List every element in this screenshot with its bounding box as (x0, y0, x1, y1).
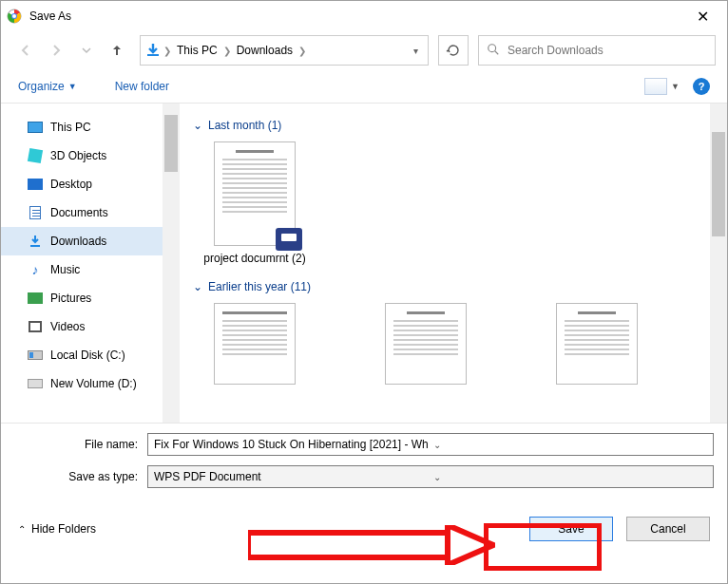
group-last-month[interactable]: ⌄ Last month (1) (193, 119, 697, 132)
sidebar-item-videos[interactable]: Videos (1, 312, 163, 341)
app-icon (7, 9, 22, 24)
download-folder-icon (144, 42, 162, 59)
search-box[interactable] (478, 35, 716, 66)
file-thumbnail (556, 303, 638, 385)
file-thumbnail (385, 303, 467, 385)
cube-icon (28, 148, 43, 163)
chevron-right-icon[interactable]: ❯ (223, 46, 231, 56)
window-title: Save As (29, 9, 683, 23)
sidebar-item-3d-objects[interactable]: 3D Objects (1, 141, 163, 170)
sidebar-item-this-pc[interactable]: This PC (1, 113, 163, 141)
file-name-label: File name: (14, 438, 147, 451)
sidebar-item-label: Videos (50, 320, 85, 333)
pictures-icon (28, 291, 43, 306)
save-button[interactable]: Save (529, 517, 613, 541)
sidebar: This PC 3D Objects Desktop Documents Dow… (1, 104, 163, 423)
file-tile[interactable] (193, 303, 316, 390)
hide-folders-button[interactable]: ⌃ Hide Folders (18, 522, 96, 536)
recent-dropdown[interactable] (73, 37, 100, 64)
new-folder-button[interactable]: New folder (115, 80, 169, 93)
main-area: This PC 3D Objects Desktop Documents Dow… (1, 104, 727, 423)
chevron-down-icon[interactable]: ⌄ (428, 440, 707, 450)
organize-menu[interactable]: Organize ▼ (18, 80, 77, 93)
file-name-field[interactable]: Fix For Windows 10 Stuck On Hibernating … (147, 433, 714, 456)
search-icon (487, 43, 500, 59)
wps-badge-icon (276, 228, 302, 251)
sidebar-item-label: Desktop (50, 178, 92, 191)
file-name: project documrnt (2) (193, 252, 316, 265)
file-thumbnail (214, 303, 296, 385)
disk-icon (28, 348, 43, 363)
help-button[interactable]: ? (693, 78, 710, 95)
cancel-label: Cancel (650, 522, 685, 536)
content-scrollbar[interactable] (710, 104, 727, 423)
form-area: File name: Fix For Windows 10 Stuck On H… (1, 423, 727, 488)
svg-rect-6 (30, 245, 40, 247)
svg-point-4 (489, 44, 496, 51)
save-as-type-label: Save as type: (14, 470, 147, 483)
group-header-label: Last month (1) (208, 119, 281, 132)
group-earlier-this-year[interactable]: ⌄ Earlier this year (11) (193, 280, 697, 293)
file-thumbnail (214, 141, 296, 246)
forward-button[interactable] (43, 37, 69, 64)
scrollbar-thumb[interactable] (712, 132, 725, 236)
sidebar-item-label: Documents (50, 206, 108, 219)
desktop-icon (28, 177, 43, 192)
nav-row: ❯ This PC ❯ Downloads ❯ ▾ (1, 31, 727, 69)
chevron-right-icon[interactable]: ❯ (298, 46, 306, 56)
music-icon: ♪ (28, 262, 43, 277)
file-tile[interactable] (535, 303, 659, 390)
downloads-icon (28, 234, 43, 249)
cancel-button[interactable]: Cancel (626, 517, 710, 541)
save-as-type-value: WPS PDF Document (154, 470, 428, 483)
pc-icon (28, 120, 43, 135)
file-tile[interactable]: project documrnt (2) (193, 141, 316, 265)
sidebar-item-label: Local Disk (C:) (50, 349, 125, 362)
svg-point-2 (12, 14, 16, 18)
sidebar-scrollbar[interactable] (163, 104, 180, 423)
search-input[interactable] (508, 44, 707, 57)
sidebar-item-new-volume[interactable]: New Volume (D:) (1, 369, 163, 398)
back-button[interactable] (12, 37, 39, 64)
refresh-button[interactable] (438, 35, 469, 66)
chevron-up-icon: ⌃ (18, 524, 26, 535)
up-button[interactable] (104, 37, 130, 64)
sidebar-item-label: 3D Objects (50, 149, 106, 162)
sidebar-item-pictures[interactable]: Pictures (1, 284, 163, 312)
file-list[interactable]: ⌄ Last month (1) project documrnt (2) ⌄ … (180, 104, 710, 423)
sidebar-item-desktop[interactable]: Desktop (1, 170, 163, 198)
toolbar: Organize ▼ New folder ▼ ? (1, 69, 727, 104)
breadcrumb-downloads[interactable]: Downloads (231, 44, 298, 57)
footer: ⌃ Hide Folders Save Cancel (1, 498, 727, 560)
organize-label: Organize (18, 80, 65, 93)
sidebar-item-music[interactable]: ♪Music (1, 255, 163, 284)
close-button[interactable]: ✕ (683, 8, 721, 26)
sidebar-item-label: New Volume (D:) (50, 377, 137, 390)
chevron-down-icon: ⌄ (193, 280, 202, 293)
view-menu[interactable]: ▼ (644, 78, 680, 95)
chevron-down-icon: ⌄ (193, 119, 202, 132)
breadcrumb-this-pc[interactable]: This PC (171, 44, 223, 57)
hide-folders-label: Hide Folders (31, 522, 96, 536)
videos-icon (28, 319, 43, 334)
group-header-label: Earlier this year (11) (208, 280, 311, 293)
sidebar-item-documents[interactable]: Documents (1, 198, 163, 227)
chevron-right-icon[interactable]: ❯ (163, 46, 171, 56)
chevron-down-icon: ▼ (68, 82, 77, 91)
sidebar-item-label: Downloads (50, 235, 106, 248)
svg-line-5 (495, 50, 499, 54)
save-label: Save (558, 522, 584, 536)
sidebar-item-downloads[interactable]: Downloads (1, 227, 163, 255)
save-as-type-field[interactable]: WPS PDF Document ⌄ (147, 465, 714, 488)
chevron-down-icon[interactable]: ⌄ (428, 472, 707, 482)
scrollbar-thumb[interactable] (164, 115, 178, 172)
sidebar-item-label: Pictures (50, 292, 91, 305)
sidebar-item-local-disk[interactable]: Local Disk (C:) (1, 341, 163, 369)
breadcrumb[interactable]: ❯ This PC ❯ Downloads ❯ ▾ (140, 35, 429, 66)
breadcrumb-dropdown-icon[interactable]: ▾ (408, 46, 424, 56)
file-tile[interactable] (364, 303, 488, 390)
title-bar: Save As ✕ (1, 1, 727, 31)
documents-icon (28, 205, 43, 220)
svg-rect-3 (147, 54, 159, 56)
sidebar-item-label: Music (50, 263, 80, 276)
